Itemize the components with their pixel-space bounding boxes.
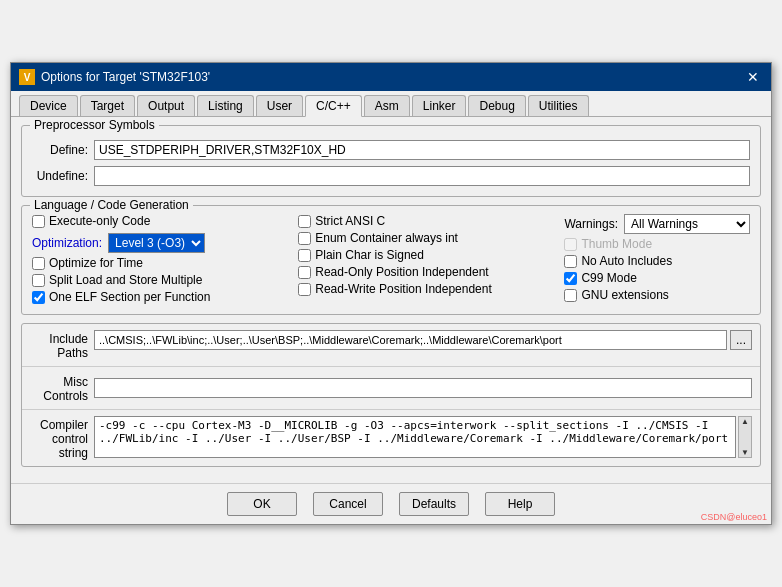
thumb-mode-label: Thumb Mode	[581, 237, 652, 251]
plain-char-checkbox[interactable]	[298, 249, 311, 262]
enum-container-checkbox[interactable]	[298, 232, 311, 245]
compiler-row: Compilercontrolstring ▲ ▼	[22, 414, 760, 462]
lang-group: Language / Code Generation Execute-only …	[21, 205, 761, 315]
misc-row: MiscControls	[22, 371, 760, 405]
check-strict-ansi: Strict ANSI C	[298, 214, 556, 228]
preprocessor-group: Preprocessor Symbols Define: Undefine:	[21, 125, 761, 197]
tab-asm[interactable]: Asm	[364, 95, 410, 116]
tab-device[interactable]: Device	[19, 95, 78, 116]
paths-section: IncludePaths ... MiscControls Compilerco…	[21, 323, 761, 467]
rw-pos-label: Read-Write Position Independent	[315, 282, 492, 296]
no-auto-checkbox[interactable]	[564, 255, 577, 268]
execute-only-checkbox[interactable]	[32, 215, 45, 228]
include-paths-label: IncludePaths	[30, 330, 94, 360]
compiler-textarea[interactable]	[94, 416, 736, 458]
check-opt-time: Optimize for Time	[32, 256, 290, 270]
strict-ansi-checkbox[interactable]	[298, 215, 311, 228]
close-button[interactable]: ✕	[743, 69, 763, 85]
tab-linker[interactable]: Linker	[412, 95, 467, 116]
check-c99: C99 Mode	[564, 271, 750, 285]
tab-c-cplusplus[interactable]: C/C++	[305, 95, 362, 117]
help-button[interactable]: Help	[485, 492, 555, 516]
gnu-label: GNU extensions	[581, 288, 668, 302]
scroll-down-icon[interactable]: ▼	[741, 448, 749, 457]
cancel-button[interactable]: Cancel	[313, 492, 383, 516]
check-no-auto: No Auto Includes	[564, 254, 750, 268]
include-paths-row: IncludePaths ...	[22, 328, 760, 362]
include-paths-browse-button[interactable]: ...	[730, 330, 752, 350]
main-content: Preprocessor Symbols Define: Undefine: L…	[11, 117, 771, 483]
split-load-checkbox[interactable]	[32, 274, 45, 287]
ro-pos-label: Read-Only Position Independent	[315, 265, 488, 279]
no-auto-label: No Auto Includes	[581, 254, 672, 268]
one-elf-checkbox[interactable]	[32, 291, 45, 304]
c99-checkbox[interactable]	[564, 272, 577, 285]
check-thumb-mode: Thumb Mode	[564, 237, 750, 251]
check-enum-container: Enum Container always int	[298, 231, 556, 245]
scroll-up-icon[interactable]: ▲	[741, 417, 749, 426]
thumb-mode-checkbox[interactable]	[564, 238, 577, 251]
bottom-bar: OK Cancel Defaults Help	[11, 483, 771, 524]
compiler-scrollbar: ▲ ▼	[738, 416, 752, 458]
strict-ansi-label: Strict ANSI C	[315, 214, 385, 228]
check-one-elf: One ELF Section per Function	[32, 290, 290, 304]
execute-only-label: Execute-only Code	[49, 214, 150, 228]
include-paths-input[interactable]	[94, 330, 727, 350]
one-elf-label: One ELF Section per Function	[49, 290, 210, 304]
compiler-label: Compilercontrolstring	[30, 416, 94, 460]
misc-label: MiscControls	[30, 373, 94, 403]
tab-target[interactable]: Target	[80, 95, 135, 116]
ok-button[interactable]: OK	[227, 492, 297, 516]
window-content: Preprocessor Symbols Define: Undefine: L…	[11, 117, 771, 524]
split-load-label: Split Load and Store Multiple	[49, 273, 202, 287]
check-execute-only: Execute-only Code	[32, 214, 290, 228]
misc-input[interactable]	[94, 378, 752, 398]
warnings-label: Warnings:	[564, 217, 618, 231]
titlebar: V Options for Target 'STM32F103' ✕	[11, 63, 771, 91]
undefine-input[interactable]	[94, 166, 750, 186]
check-gnu: GNU extensions	[564, 288, 750, 302]
check-ro-pos: Read-Only Position Independent	[298, 265, 556, 279]
undefine-row: Undefine:	[32, 166, 750, 186]
tab-debug[interactable]: Debug	[468, 95, 525, 116]
lang-group-label: Language / Code Generation	[30, 198, 193, 212]
check-rw-pos: Read-Write Position Independent	[298, 282, 556, 296]
opt-row: Optimization: Level 3 (-O3) Level 0 (-O0…	[32, 233, 290, 253]
ro-pos-checkbox[interactable]	[298, 266, 311, 279]
tab-listing[interactable]: Listing	[197, 95, 254, 116]
define-input[interactable]	[94, 140, 750, 160]
undefine-label: Undefine:	[32, 169, 88, 183]
check-plain-char: Plain Char is Signed	[298, 248, 556, 262]
app-icon: V	[19, 69, 35, 85]
warnings-row: Warnings: All Warnings No Warnings MISRA…	[564, 214, 750, 234]
define-label: Define:	[32, 143, 88, 157]
window-title: Options for Target 'STM32F103'	[41, 70, 210, 84]
opt-time-label: Optimize for Time	[49, 256, 143, 270]
opt-time-checkbox[interactable]	[32, 257, 45, 270]
enum-container-label: Enum Container always int	[315, 231, 458, 245]
gnu-checkbox[interactable]	[564, 289, 577, 302]
plain-char-label: Plain Char is Signed	[315, 248, 424, 262]
warnings-select[interactable]: All Warnings No Warnings MISRA compatibl…	[624, 214, 750, 234]
check-split-load: Split Load and Store Multiple	[32, 273, 290, 287]
opt-label: Optimization:	[32, 236, 102, 250]
defaults-button[interactable]: Defaults	[399, 492, 469, 516]
main-window: V Options for Target 'STM32F103' ✕ Devic…	[10, 62, 772, 525]
titlebar-left: V Options for Target 'STM32F103'	[19, 69, 210, 85]
opt-select[interactable]: Level 3 (-O3) Level 0 (-O0) Level 1 (-O1…	[108, 233, 205, 253]
define-row: Define:	[32, 140, 750, 160]
preprocessor-group-label: Preprocessor Symbols	[30, 118, 159, 132]
rw-pos-checkbox[interactable]	[298, 283, 311, 296]
c99-label: C99 Mode	[581, 271, 636, 285]
tab-utilities[interactable]: Utilities	[528, 95, 589, 116]
tab-user[interactable]: User	[256, 95, 303, 116]
tab-output[interactable]: Output	[137, 95, 195, 116]
tabs-row: DeviceTargetOutputListingUserC/C++AsmLin…	[11, 91, 771, 117]
